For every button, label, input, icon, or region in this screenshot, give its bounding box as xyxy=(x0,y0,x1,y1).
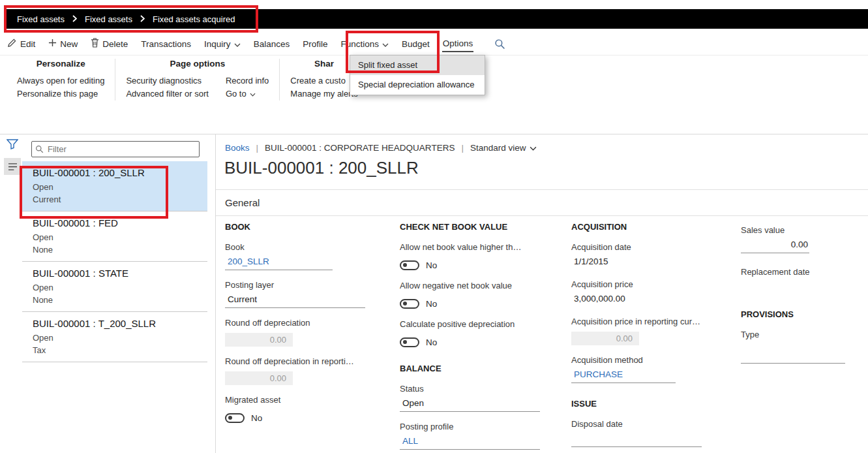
balances-button[interactable]: Balances xyxy=(253,37,291,52)
field-posting-profile: Posting profile ALL xyxy=(400,421,560,450)
view-selector[interactable]: Standard view xyxy=(470,143,537,153)
field-type: Type xyxy=(741,329,868,364)
column-check-nbv: CHECK NET BOOK VALUE Allow net book valu… xyxy=(400,222,560,450)
toggle-off-icon xyxy=(400,299,419,309)
field-acquisition-price-reporting: Acquisition price in reporting cur… 0.00 xyxy=(571,316,736,345)
allow-negative-nbv-toggle[interactable]: No xyxy=(400,298,560,309)
field-round-off-depreciation-reporting: Round off depreciation in reporti… 0.00 xyxy=(225,356,385,385)
chevron-down-icon xyxy=(234,39,241,49)
options-button[interactable]: Options xyxy=(442,36,474,52)
acquisition-price-reporting-input: 0.00 xyxy=(571,332,639,345)
calc-positive-depreciation-toggle[interactable]: No xyxy=(400,336,560,348)
breadcrumb-item-1[interactable]: Fixed assets xyxy=(17,14,65,24)
special-depreciation-allowance-menu-item[interactable]: Special depreciation allowance xyxy=(350,75,485,95)
posting-profile-link[interactable]: ALL xyxy=(400,436,540,450)
search-icon[interactable] xyxy=(494,39,505,50)
record-info-item[interactable]: Record info xyxy=(226,74,269,87)
chevron-down-icon xyxy=(250,87,256,101)
field-book: Book 200_SLLR xyxy=(225,242,385,270)
record-name: BUIL-000001 : CORPORATE HEADQUARTERS xyxy=(265,143,455,153)
field-sales-value: Sales value 0.00 xyxy=(741,225,868,253)
pencil-icon xyxy=(7,38,17,50)
ribbon-group-page-options: Page options Security diagnostics Advanc… xyxy=(115,59,279,101)
round-off-depreciation-input: 0.00 xyxy=(225,333,293,347)
field-acquisition-method: Acquisition method PURCHASE xyxy=(571,354,736,383)
field-disposal-date: Disposal date xyxy=(571,418,736,447)
budget-button[interactable]: Budget xyxy=(401,37,430,52)
security-diagnostics-item[interactable]: Security diagnostics xyxy=(126,74,208,87)
group-header-acquisition: ACQUISITION xyxy=(571,222,736,232)
disposal-date-input[interactable] xyxy=(571,433,702,447)
new-button[interactable]: New xyxy=(48,36,78,52)
list-item[interactable]: BUIL-000001 : FED Open None xyxy=(22,211,207,262)
create-custom-alert-item[interactable]: Create a custo xyxy=(290,74,357,87)
list-view-icon[interactable] xyxy=(4,158,21,175)
migrated-asset-toggle[interactable]: No xyxy=(225,412,385,424)
always-open-for-editing-item[interactable]: Always open for editing xyxy=(17,74,104,87)
advanced-filter-or-sort-item[interactable]: Advanced filter or sort xyxy=(126,87,208,101)
trash-icon xyxy=(91,38,99,50)
toggle-off-icon xyxy=(225,413,245,423)
acquisition-date-value: 1/1/2015 xyxy=(571,257,736,270)
field-calc-positive-depreciation: Calculate positive depreciation No xyxy=(400,319,560,348)
delete-button[interactable]: Delete xyxy=(90,35,128,52)
ribbon-group-personalize: Personalize Always open for editing Pers… xyxy=(7,59,115,101)
manage-my-alerts-item[interactable]: Manage my alerts xyxy=(290,87,357,101)
ribbon-group-title: Page options xyxy=(126,59,269,69)
records-list-panel: BUIL-000001 : 200_SLLR Open Current BUIL… xyxy=(22,137,207,453)
list-item[interactable]: BUIL-000001 : T_200_SLLR Open Tax xyxy=(22,312,207,362)
field-replacement-date: Replacement date xyxy=(741,266,868,278)
profile-button[interactable]: Profile xyxy=(302,37,328,52)
chevron-right-icon xyxy=(140,14,145,24)
column-misc: Sales value 0.00 Replacement date PROVIS… xyxy=(741,222,868,364)
column-book: BOOK Book 200_SLLR Posting layer Current… xyxy=(225,222,385,424)
acquisition-method-link[interactable]: PURCHASE xyxy=(571,369,676,383)
split-fixed-asset-menu-item[interactable]: Split fixed asset xyxy=(350,55,485,75)
ribbon-group-title: Shar xyxy=(290,59,357,69)
acquisition-price-value: 3,000,000.00 xyxy=(571,294,736,307)
round-off-depreciation-reporting-input: 0.00 xyxy=(225,371,293,385)
status-input[interactable]: Open xyxy=(400,398,540,412)
filter-pane-icon[interactable] xyxy=(7,139,18,151)
transactions-button[interactable]: Transactions xyxy=(140,37,192,52)
group-header-provisions: PROVISIONS xyxy=(741,309,868,320)
personalize-this-page-item[interactable]: Personalize this page xyxy=(17,87,104,101)
group-header-book: BOOK xyxy=(225,222,385,232)
allow-nbv-higher-toggle[interactable]: No xyxy=(400,259,560,271)
general-section-header[interactable]: General xyxy=(216,189,868,216)
plus-icon xyxy=(48,39,57,49)
field-round-off-depreciation: Round off depreciation 0.00 xyxy=(225,317,385,347)
record-header: Books | BUIL-000001 : CORPORATE HEADQUAR… xyxy=(225,143,537,153)
book-value-link[interactable]: 200_SLLR xyxy=(225,257,333,270)
breadcrumb-item-3[interactable]: Fixed assets acquired xyxy=(153,14,235,24)
field-allow-nbv-higher: Allow net book value higher th… No xyxy=(400,242,560,271)
group-header-balance: BALANCE xyxy=(400,364,560,374)
field-posting-layer: Posting layer Current xyxy=(225,279,385,308)
edit-button[interactable]: Edit xyxy=(7,35,36,52)
field-allow-negative-nbv: Allow negative net book value No xyxy=(400,280,560,309)
go-to-item[interactable]: Go to xyxy=(226,87,269,101)
action-toolbar: Edit New Delete Transactions Inquiry Bal… xyxy=(7,34,505,54)
list-item[interactable]: BUIL-000001 : 200_SLLR Open Current xyxy=(22,161,207,211)
type-input[interactable] xyxy=(741,350,845,364)
chevron-down-icon xyxy=(530,143,537,153)
list-item[interactable]: BUIL-000001 : STATE Open None xyxy=(22,262,207,312)
column-acquisition: ACQUISITION Acquisition date 1/1/2015 Ac… xyxy=(571,222,736,447)
chevron-right-icon xyxy=(72,14,77,24)
ribbon-group-title: Personalize xyxy=(17,59,104,69)
filter-input[interactable] xyxy=(31,141,200,157)
functions-dropdown-menu: Split fixed asset Special depreciation a… xyxy=(350,55,485,95)
functions-menu-button[interactable]: Functions xyxy=(340,37,389,52)
page-title: BUIL-000001 : 200_SLLR xyxy=(224,158,419,178)
main-panel: Books | BUIL-000001 : CORPORATE HEADQUAR… xyxy=(215,134,868,453)
group-header-check-nbv: CHECK NET BOOK VALUE xyxy=(400,222,560,232)
breadcrumb-item-2[interactable]: Fixed assets xyxy=(85,14,132,24)
sales-value-input[interactable]: 0.00 xyxy=(741,240,809,253)
chevron-down-icon xyxy=(382,39,389,49)
entity-link[interactable]: Books xyxy=(225,143,250,153)
toggle-off-icon xyxy=(400,260,419,270)
posting-layer-input[interactable]: Current xyxy=(225,294,365,308)
general-fields: BOOK Book 200_SLLR Posting layer Current… xyxy=(225,222,868,453)
options-ribbon: Personalize Always open for editing Pers… xyxy=(7,59,368,101)
inquiry-menu-button[interactable]: Inquiry xyxy=(203,37,241,52)
